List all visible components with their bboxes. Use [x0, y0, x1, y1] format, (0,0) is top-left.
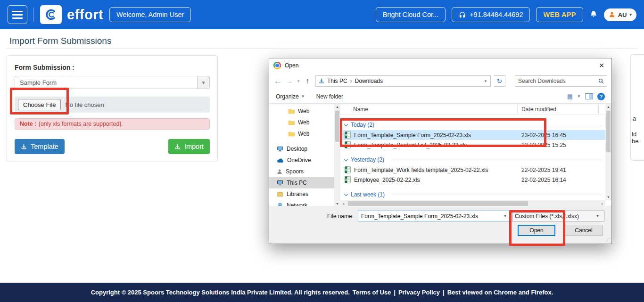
- template-button[interactable]: Template: [15, 139, 65, 154]
- folder-tree: Web Web Web Desktop OneDrive: [269, 104, 334, 207]
- chevron-down-icon: ▼: [197, 76, 209, 89]
- scrollbar-thumb[interactable]: [335, 111, 339, 142]
- file-list-scrollbar[interactable]: ▲ ▼: [605, 104, 611, 200]
- phone-number: +91.84484.44692: [470, 11, 523, 18]
- file-type-select[interactable]: Custom Files (*.xls,*.xlsx) ▼: [512, 211, 604, 221]
- group-header-last-week[interactable]: Last week (1): [340, 189, 611, 200]
- file-row[interactable]: X Form_Template_Sample Form_2025-02-23.x…: [340, 130, 611, 140]
- breadcrumb-root[interactable]: This PC: [327, 78, 347, 84]
- refresh-button[interactable]: ↻: [494, 75, 505, 87]
- close-icon[interactable]: ×: [592, 58, 611, 73]
- search-box: [515, 75, 607, 87]
- sidebar-item-libraries[interactable]: Libraries: [269, 188, 334, 200]
- file-name: Employee_2025-02-22.xls: [354, 177, 420, 183]
- welcome-user-label: Welcome, Admin User: [116, 11, 184, 18]
- file-list: Name Date modified Today (2) X Form_Temp…: [340, 104, 611, 207]
- form-select[interactable]: Sample Form ▼: [15, 76, 210, 89]
- group-label: Today (2): [351, 122, 374, 128]
- scrollbar-thumb[interactable]: [348, 201, 528, 206]
- history-chevron-icon[interactable]: ▼: [297, 79, 300, 83]
- file-row[interactable]: X Form_Template_Work fields template_202…: [340, 165, 611, 175]
- new-folder-button[interactable]: New folder: [316, 93, 343, 100]
- search-icon[interactable]: [598, 78, 607, 84]
- up-button[interactable]: ↑: [305, 77, 309, 85]
- search-input[interactable]: [515, 78, 598, 84]
- sidebar-item-web[interactable]: Web: [269, 117, 334, 128]
- file-row[interactable]: X Employee_2025-02-22.xls 22-02-2025 16:…: [340, 175, 611, 185]
- download-icon: [21, 144, 27, 150]
- avatar-initials: AU: [618, 11, 627, 18]
- view-options-icon[interactable]: ▦: [567, 93, 573, 100]
- no-file-chosen-text: No file chosen: [65, 101, 104, 108]
- svg-text:X: X: [345, 143, 347, 147]
- web-app-button[interactable]: WEB APP: [536, 7, 583, 22]
- svg-text:X: X: [345, 168, 347, 171]
- sidebar-item-web[interactable]: Web: [269, 128, 334, 139]
- scroll-up-icon[interactable]: ▲: [605, 104, 611, 110]
- onedrive-cloud-icon: [277, 158, 284, 163]
- effort-logo[interactable]: [40, 5, 62, 24]
- file-name-input[interactable]: [358, 213, 501, 220]
- chevron-down-icon: ▼: [594, 214, 602, 218]
- dialog-footer: File name: ▼ Custom Files (*.xls,*.xlsx)…: [269, 206, 611, 244]
- file-open-dialog: Open × ← → ▼ ↑ This PC › Downloads ▼ ↻: [269, 58, 612, 244]
- organize-menu[interactable]: Organize ▼: [276, 93, 305, 100]
- open-button[interactable]: Open: [518, 225, 555, 236]
- dialog-titlebar[interactable]: Open ×: [269, 58, 611, 73]
- sidebar-item-label: Libraries: [287, 191, 308, 197]
- sidebar-item-this-pc[interactable]: This PC: [269, 177, 334, 188]
- import-label: Import: [184, 143, 204, 150]
- scrollbar-thumb[interactable]: [606, 111, 611, 152]
- menu-button[interactable]: [8, 5, 27, 24]
- sidebar-item-label: Web: [298, 119, 309, 126]
- header-divider: [33, 8, 34, 22]
- chevron-down-icon: [344, 122, 348, 126]
- sidebar-item-onedrive[interactable]: OneDrive: [269, 155, 334, 166]
- file-input[interactable]: Choose File No file chosen: [15, 97, 210, 113]
- file-type-value: Custom Files (*.xls,*.xlsx): [515, 213, 579, 220]
- import-button[interactable]: Import: [168, 139, 210, 154]
- file-row[interactable]: X Form_Template_Product List_2025-02-23.…: [340, 140, 611, 150]
- new-folder-label: New folder: [316, 93, 343, 100]
- dialog-navigation-bar: ← → ▼ ↑ This PC › Downloads ▼ ↻: [269, 73, 611, 90]
- file-name-combobox[interactable]: ▼: [358, 211, 510, 221]
- headset-icon: [459, 11, 466, 18]
- column-name[interactable]: Name: [340, 104, 518, 114]
- preview-pane-icon[interactable]: [585, 93, 593, 99]
- terms-link[interactable]: Terms of Use: [353, 289, 391, 296]
- chevron-down-icon[interactable]: ▼: [501, 214, 509, 218]
- welcome-user-button[interactable]: Welcome, Admin User: [109, 7, 191, 22]
- resize-grip-icon[interactable]: ⋰: [605, 237, 610, 243]
- back-button[interactable]: ←: [273, 76, 282, 86]
- screen: effort Welcome, Admin User Bright Cloud …: [0, 0, 644, 302]
- breadcrumb-separator: ›: [350, 78, 352, 84]
- note-text: [only xls formats are supported].: [39, 121, 123, 127]
- file-date: 23-02-2025 16:45: [518, 132, 566, 139]
- help-icon[interactable]: ?: [597, 93, 605, 100]
- company-selector-button[interactable]: Bright Cloud Cor...: [376, 7, 446, 22]
- forward-button[interactable]: →: [286, 77, 293, 85]
- breadcrumb-current[interactable]: Downloads: [355, 78, 383, 84]
- sidebar-item-spoors[interactable]: Spoors: [269, 166, 334, 177]
- group-label: Last week (1): [351, 191, 385, 198]
- address-chevron-icon[interactable]: ▼: [484, 79, 487, 83]
- user-menu-button[interactable]: AU ▾: [604, 8, 636, 21]
- web-app-label: WEB APP: [543, 11, 576, 18]
- support-phone-button[interactable]: +91.84484.44692: [452, 7, 530, 22]
- chrome-icon: [273, 62, 281, 69]
- svg-text:X: X: [345, 133, 347, 137]
- choose-file-button[interactable]: Choose File: [18, 99, 61, 110]
- scroll-up-icon[interactable]: ▲: [334, 104, 340, 110]
- sidebar-scrollbar[interactable]: ▲ ▼: [334, 104, 340, 207]
- sidebar-item-web[interactable]: Web: [269, 106, 334, 117]
- address-bar[interactable]: This PC › Downloads ▼: [315, 75, 491, 87]
- group-header-yesterday[interactable]: Yesterday (2): [340, 155, 611, 165]
- cancel-button[interactable]: Cancel: [565, 225, 603, 236]
- column-date-modified[interactable]: Date modified: [518, 104, 599, 114]
- sidebar-item-desktop[interactable]: Desktop: [269, 143, 334, 155]
- scroll-down-icon[interactable]: ▼: [605, 194, 611, 200]
- group-header-today[interactable]: Today (2): [340, 120, 611, 130]
- privacy-link[interactable]: Privacy Policy: [398, 289, 440, 296]
- notifications-button[interactable]: [589, 10, 598, 19]
- excel-file-icon: X: [345, 166, 351, 173]
